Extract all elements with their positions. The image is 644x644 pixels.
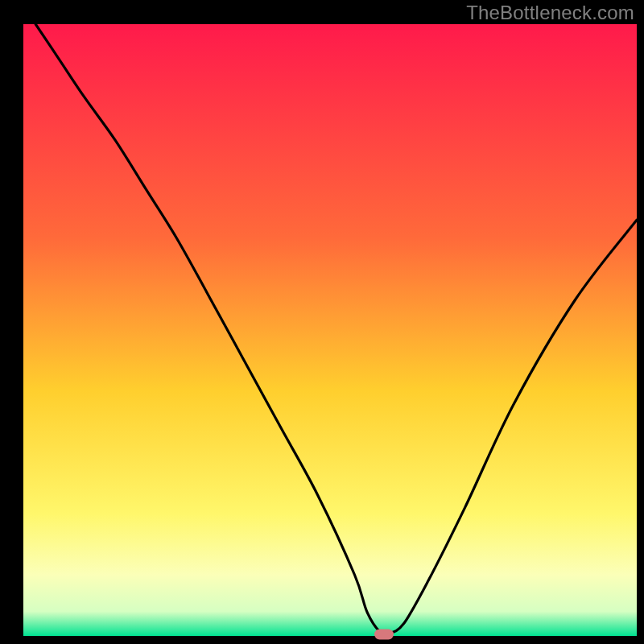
gradient-background: [23, 24, 637, 636]
chart-container: TheBottleneck.com: [0, 0, 644, 644]
optimal-marker: [374, 630, 394, 640]
chart-svg: [0, 0, 644, 644]
watermark-text: TheBottleneck.com: [466, 2, 634, 24]
